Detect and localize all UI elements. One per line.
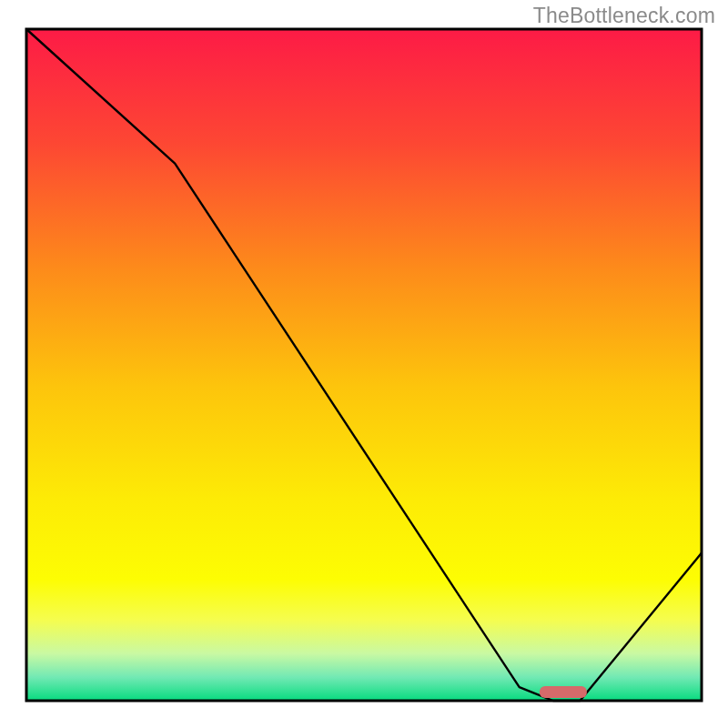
chart-container: TheBottleneck.com (0, 0, 728, 728)
watermark-text: TheBottleneck.com (533, 4, 715, 28)
plot-background (26, 29, 702, 701)
bottleneck-chart (0, 0, 728, 728)
optimal-range-marker (540, 686, 587, 698)
